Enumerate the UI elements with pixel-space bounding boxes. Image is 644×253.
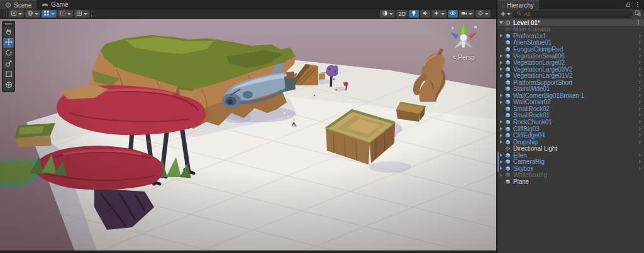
prefab-open-chevron-icon[interactable]: [637, 46, 642, 53]
prefab-open-chevron-icon[interactable]: [637, 59, 642, 66]
prefab-open-chevron-icon[interactable]: [637, 126, 642, 132]
overlay-drag-handle-icon[interactable]: [5, 23, 12, 25]
prefab-open-chevron-icon[interactable]: [637, 112, 642, 119]
foldout-arrow-icon[interactable]: [497, 67, 504, 71]
prefab-open-chevron-icon[interactable]: [637, 72, 642, 79]
increment-snap-button[interactable]: [58, 10, 73, 18]
foldout-arrow-icon[interactable]: [497, 100, 504, 104]
hierarchy-row-directional-light[interactable]: Directional Light: [497, 145, 644, 152]
scene-world-svg[interactable]: [0, 19, 496, 253]
projection-label[interactable]: < Persp: [453, 54, 475, 61]
scale-tool-button[interactable]: [3, 59, 14, 69]
prefab-open-chevron-icon[interactable]: [637, 79, 642, 86]
foldout-arrow-icon[interactable]: [497, 120, 504, 124]
hierarchy-row-whiteboxing[interactable]: Whiteboxing: [497, 172, 644, 179]
hierarchy-row-vegetationlarge01v2[interactable]: VegetationLarge01V2: [497, 72, 644, 79]
gizmo-target-icon: [477, 10, 484, 18]
prefab-open-chevron-icon[interactable]: [637, 105, 642, 112]
snap-settings-button[interactable]: [74, 10, 89, 18]
hierarchy-row-plane[interactable]: Plane: [497, 178, 644, 185]
view-tool-button[interactable]: [3, 27, 14, 37]
foldout-arrow-icon[interactable]: [497, 94, 504, 97]
prefab-open-chevron-icon[interactable]: [637, 85, 642, 92]
hierarchy-row-platformsupportshort[interactable]: PlatformSupportShort: [497, 79, 644, 86]
prefab-open-chevron-icon[interactable]: [637, 33, 642, 40]
hierarchy-row-vegetationlarge03v2[interactable]: VegetationLarge03V2: [497, 66, 644, 73]
gizmos-button[interactable]: [475, 10, 491, 18]
prefab-open-chevron-icon[interactable]: [637, 66, 642, 73]
scene-viewport[interactable]: < Persp: [0, 19, 496, 253]
hierarchy-row-cliffedge04[interactable]: CliffEdge04: [497, 132, 644, 139]
hierarchy-row-alienstatue01[interactable]: AlienStatue01: [497, 40, 644, 46]
foldout-arrow-icon[interactable]: [497, 74, 504, 78]
toolbar-grip-icon[interactable]: [91, 11, 94, 17]
hierarchy-row-camerarig[interactable]: CameraRig: [497, 158, 644, 165]
rect-tool-button[interactable]: [3, 70, 14, 80]
hierarchy-row-vegetationsmall06[interactable]: VegetationSmall06: [497, 53, 644, 60]
lock-icon[interactable]: [625, 1, 631, 9]
prefab-open-chevron-icon[interactable]: [637, 119, 642, 126]
hierarchy-row-platform1x1[interactable]: Platform1x1: [497, 33, 644, 40]
search-picker-icon[interactable]: [635, 10, 641, 18]
foldout-arrow-icon[interactable]: [497, 173, 504, 177]
gizmo-axes-icon[interactable]: [447, 21, 480, 53]
object-name: Whiteboxing: [513, 171, 547, 178]
tool-handle-position-button[interactable]: [9, 10, 24, 18]
prefab-open-chevron-icon[interactable]: [637, 165, 642, 172]
toolbar-grip-icon[interactable]: [4, 11, 7, 17]
scene-audio-button[interactable]: [420, 10, 430, 18]
prefab-cube-icon: [504, 165, 511, 171]
prefab-open-chevron-icon[interactable]: [637, 132, 642, 139]
prefab-open-chevron-icon[interactable]: [637, 99, 642, 105]
hierarchy-row-vegetationlarge02[interactable]: VegetationLarge02: [497, 59, 644, 66]
hierarchy-row-fungusclumpred[interactable]: FungusClumpRed: [497, 46, 644, 53]
foldout-arrow-icon[interactable]: [497, 127, 504, 131]
foldout-arrow-icon[interactable]: [497, 134, 504, 137]
move-tool-button[interactable]: [3, 38, 14, 48]
hierarchy-row-smallrock01[interactable]: SmallRock01: [497, 112, 644, 119]
kebab-menu-icon[interactable]: [635, 1, 641, 9]
prefab-open-chevron-icon[interactable]: [637, 92, 642, 99]
hierarchy-row-skybox[interactable]: Skybox: [497, 165, 644, 172]
camera-overlay-button[interactable]: [459, 10, 474, 18]
rotate-tool-button[interactable]: [3, 48, 14, 58]
scene-lighting-button[interactable]: [409, 10, 419, 18]
hierarchy-row-main-camera[interactable]: Main Camera: [497, 26, 644, 33]
prefab-open-chevron-icon[interactable]: [637, 158, 642, 165]
foldout-arrow-icon[interactable]: [497, 21, 504, 24]
grid-snapping-button[interactable]: [42, 10, 57, 18]
orientation-gizmo[interactable]: < Persp: [445, 21, 482, 61]
object-name: Skybox: [513, 165, 533, 172]
2d-view-button[interactable]: 2D: [396, 10, 408, 18]
scene-visibility-button[interactable]: [448, 10, 458, 18]
transform-tool-button[interactable]: [3, 80, 14, 90]
tool-handle-rotation-button[interactable]: [25, 10, 40, 18]
light-bulb-icon: [411, 10, 417, 18]
hierarchy-row-stairswide01[interactable]: StairsWide01: [497, 85, 644, 92]
hierarchy-search-input[interactable]: [524, 11, 629, 18]
prefab-open-chevron-icon[interactable]: [637, 39, 642, 46]
prefab-open-chevron-icon[interactable]: [637, 139, 642, 146]
hierarchy-row-rockchunk01[interactable]: RockChunk01: [497, 119, 644, 126]
hierarchy-row-dropship[interactable]: Dropship: [497, 139, 644, 146]
hierarchy-search[interactable]: [513, 11, 633, 18]
hierarchy-row-wallcornerbig01broken-1[interactable]: WallCornerBig01Broken 1: [497, 92, 644, 99]
effects-button[interactable]: [431, 10, 447, 18]
hierarchy-row-wallcorner02[interactable]: WallCorner02: [497, 99, 644, 106]
prefab-cube-icon: [504, 112, 511, 119]
foldout-arrow-icon[interactable]: [497, 140, 504, 144]
shading-mode-button[interactable]: [380, 10, 395, 18]
hierarchy-row-cliffbig03[interactable]: CliffBig03: [497, 126, 644, 132]
tab-hierarchy[interactable]: Hierarchy: [497, 0, 539, 9]
foldout-arrow-icon[interactable]: [497, 34, 504, 38]
tab-game[interactable]: Game: [36, 0, 73, 9]
prefab-open-chevron-icon[interactable]: [637, 152, 642, 159]
hierarchy-row-smallrock02[interactable]: SmallRock02: [497, 105, 644, 112]
foldout-arrow-icon[interactable]: [497, 54, 504, 58]
prefab-open-chevron-icon[interactable]: [637, 53, 642, 60]
hierarchy-row-ellen[interactable]: Ellen: [497, 152, 644, 159]
foldout-arrow-icon[interactable]: [497, 61, 504, 65]
hierarchy-row-level-01-[interactable]: Level 01*: [497, 19, 644, 26]
tab-scene[interactable]: Scene: [0, 0, 36, 9]
create-object-button[interactable]: [500, 11, 511, 18]
